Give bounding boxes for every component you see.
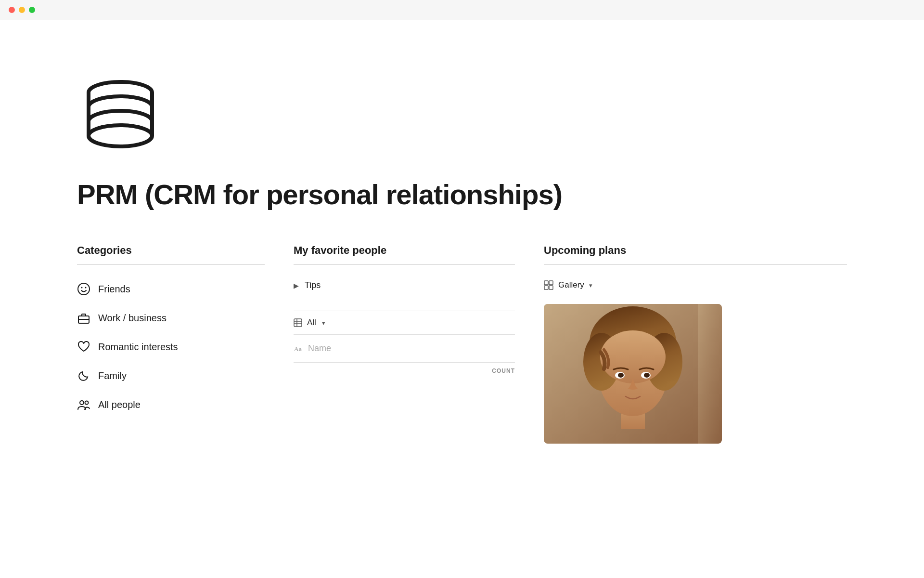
favorite-people-column: My favorite people ▶ Tips All ▾ [294, 244, 515, 374]
tips-label: Tips [305, 280, 321, 290]
svg-rect-24 [549, 286, 553, 289]
svg-rect-23 [544, 286, 548, 289]
briefcase-icon [77, 311, 90, 325]
upcoming-plans-column: Upcoming plans Gallery ▾ [544, 244, 847, 444]
svg-point-15 [85, 401, 89, 405]
name-placeholder: Name [308, 343, 331, 354]
favorite-people-divider [294, 264, 515, 265]
svg-point-36 [644, 373, 650, 378]
category-list: Friends Work / business [77, 275, 265, 419]
svg-rect-37 [698, 304, 722, 444]
name-row: Aa Name [294, 335, 515, 363]
gallery-row[interactable]: Gallery ▾ [544, 275, 847, 296]
page-title: PRM (CRM for personal relationships) [77, 178, 847, 210]
page-icon [77, 72, 847, 159]
main-content: PRM (CRM for personal relationships) Cat… [0, 0, 924, 492]
columns-container: Categories Friends [77, 244, 847, 444]
all-people-label: All people [98, 399, 141, 410]
people-icon [77, 398, 90, 411]
tips-arrow-icon: ▶ [294, 282, 299, 289]
svg-point-6 [89, 125, 152, 146]
tips-row[interactable]: ▶ Tips [294, 275, 515, 296]
text-icon: Aa [294, 344, 302, 353]
svg-point-10 [81, 287, 83, 289]
fullscreen-button[interactable] [29, 7, 35, 13]
svg-point-14 [80, 401, 84, 405]
work-business-label: Work / business [98, 313, 167, 324]
svg-text:Aa: Aa [294, 345, 302, 353]
family-label: Family [98, 370, 127, 381]
upcoming-plans-header: Upcoming plans [544, 244, 847, 257]
categories-header: Categories [77, 244, 265, 257]
filter-chevron-icon: ▾ [322, 319, 325, 327]
titlebar [0, 0, 924, 20]
heart-icon [77, 340, 90, 354]
categories-divider [77, 264, 265, 265]
gallery-label: Gallery [558, 280, 584, 290]
sidebar-item-friends[interactable]: Friends [77, 275, 265, 303]
svg-point-35 [618, 373, 624, 378]
romantic-interests-label: Romantic interests [98, 342, 178, 353]
sidebar-item-romantic-interests[interactable]: Romantic interests [77, 332, 265, 361]
close-button[interactable] [9, 7, 15, 13]
minimize-button[interactable] [19, 7, 25, 13]
favorite-people-header: My favorite people [294, 244, 515, 257]
moon-icon [77, 369, 90, 382]
sidebar-item-work-business[interactable]: Work / business [77, 303, 265, 332]
categories-column: Categories Friends [77, 244, 265, 419]
gallery-chevron-icon: ▾ [589, 282, 592, 289]
svg-point-32 [600, 330, 666, 383]
count-label: COUNT [294, 363, 515, 374]
svg-rect-16 [294, 319, 302, 327]
person-photo [544, 304, 722, 444]
gallery-icon [544, 280, 553, 290]
friends-label: Friends [98, 284, 130, 295]
svg-rect-21 [544, 281, 548, 285]
svg-point-9 [78, 283, 90, 295]
database-icon [77, 72, 164, 159]
svg-rect-22 [549, 281, 553, 285]
svg-point-11 [85, 287, 87, 289]
person-photo-card[interactable] [544, 304, 722, 444]
sidebar-item-all-people[interactable]: All people [77, 390, 265, 419]
upcoming-plans-divider [544, 264, 847, 265]
smiley-icon [77, 282, 90, 296]
filter-row[interactable]: All ▾ [294, 311, 515, 335]
filter-label: All [307, 318, 316, 328]
table-icon [294, 318, 302, 327]
sidebar-item-family[interactable]: Family [77, 361, 265, 390]
